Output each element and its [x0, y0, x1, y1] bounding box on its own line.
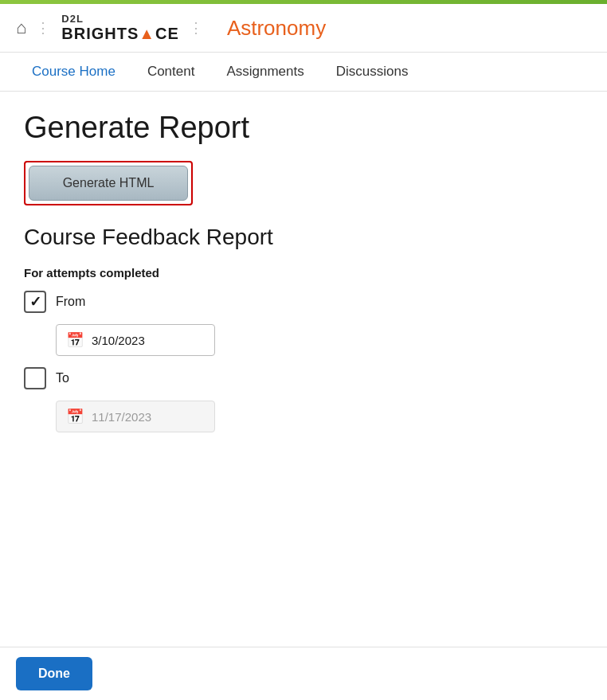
calendar-from-icon: 📅: [66, 331, 84, 349]
from-row: ✓ From: [24, 291, 583, 313]
nav-item-content[interactable]: Content: [131, 53, 211, 91]
header-divider-1: ⋮: [36, 19, 52, 37]
nav-bar: Course Home Content Assignments Discussi…: [0, 53, 607, 92]
nav-item-discussions[interactable]: Discussions: [320, 53, 425, 91]
to-checkbox[interactable]: [24, 367, 46, 389]
logo-d2l-text: D2L: [61, 14, 179, 25]
logo-brightspace-text: BRIGHTS▲CE: [61, 25, 179, 42]
to-date-value: 11/17/2023: [92, 410, 151, 424]
main-content: Generate Report Generate HTML Course Fee…: [0, 92, 607, 452]
nav-item-course-home[interactable]: Course Home: [16, 53, 131, 91]
from-date-value: 3/10/2023: [92, 334, 145, 347]
home-icon[interactable]: ⌂: [16, 18, 26, 38]
from-label: From: [56, 295, 88, 309]
nav-item-assignments[interactable]: Assignments: [210, 53, 319, 91]
from-date-container: 📅 3/10/2023: [56, 324, 583, 356]
to-label: To: [56, 371, 88, 385]
to-date-container: 📅 11/17/2023: [56, 401, 583, 432]
header-divider-2: ⋮: [189, 19, 205, 37]
footer-bar: Done: [0, 647, 607, 700]
generate-btn-highlight: Generate HTML: [24, 161, 193, 205]
logo-fire-accent: ▲: [139, 25, 155, 42]
generate-html-button[interactable]: Generate HTML: [29, 166, 188, 201]
page-title: Generate Report: [24, 111, 583, 145]
to-date-input[interactable]: 📅 11/17/2023: [56, 401, 215, 432]
section-title: Course Feedback Report: [24, 225, 583, 250]
done-button[interactable]: Done: [16, 657, 92, 690]
header: ⌂ ⋮ D2L BRIGHTS▲CE ⋮ Astronomy: [0, 4, 607, 53]
logo: D2L BRIGHTS▲CE: [61, 14, 179, 42]
from-checkbox[interactable]: ✓: [24, 291, 46, 313]
to-row: To: [24, 367, 583, 389]
form-label: For attempts completed: [24, 266, 583, 280]
from-date-input[interactable]: 📅 3/10/2023: [56, 324, 215, 356]
checkmark-icon: ✓: [29, 293, 41, 311]
calendar-to-icon: 📅: [66, 408, 84, 425]
course-name: Astronomy: [227, 16, 326, 41]
